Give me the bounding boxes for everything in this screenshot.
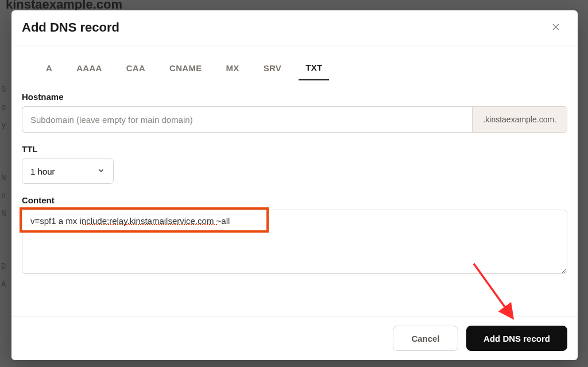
close-icon <box>551 22 560 33</box>
ttl-select[interactable]: 1 hour <box>22 159 114 184</box>
backdrop-left-chars: G o y N n N D A <box>1 80 6 293</box>
modal-body: A AAAA CAA CNAME MX SRV TXT Hostname .ki… <box>11 45 578 307</box>
ttl-field: TTL 1 hour <box>22 144 567 184</box>
add-dns-record-modal: Add DNS record A AAAA CAA CNAME MX SRV T… <box>11 10 578 360</box>
tab-mx[interactable]: MX <box>219 60 246 80</box>
modal-header: Add DNS record <box>11 10 578 45</box>
hostname-domain-suffix: .kinstaexample.com. <box>472 106 567 133</box>
tabs-container: A AAAA CAA CNAME MX SRV TXT <box>22 51 567 80</box>
tab-caa[interactable]: CAA <box>119 60 152 80</box>
tab-srv[interactable]: SRV <box>257 60 288 80</box>
add-dns-record-button[interactable]: Add DNS record <box>466 326 567 351</box>
cancel-button[interactable]: Cancel <box>393 326 458 351</box>
hostname-input[interactable] <box>22 106 472 133</box>
tab-cname[interactable]: CNAME <box>163 60 209 80</box>
modal-title: Add DNS record <box>22 20 119 35</box>
hostname-label: Hostname <box>22 92 567 102</box>
record-type-tabs: A AAAA CAA CNAME MX SRV TXT <box>22 51 567 80</box>
content-field: Content <box>22 195 567 276</box>
tab-txt[interactable]: TXT <box>299 60 329 80</box>
chevron-down-icon <box>97 167 105 176</box>
tab-a[interactable]: A <box>39 60 59 80</box>
ttl-selected-value: 1 hour <box>30 167 55 176</box>
ttl-label: TTL <box>22 144 567 154</box>
hostname-field: Hostname .kinstaexample.com. <box>22 92 567 133</box>
tab-aaaa[interactable]: AAAA <box>69 60 109 80</box>
hostname-row: .kinstaexample.com. <box>22 106 567 133</box>
content-textarea[interactable] <box>22 210 567 274</box>
close-button[interactable] <box>548 20 564 36</box>
modal-footer: Cancel Add DNS record <box>11 316 578 360</box>
content-label: Content <box>22 195 567 205</box>
